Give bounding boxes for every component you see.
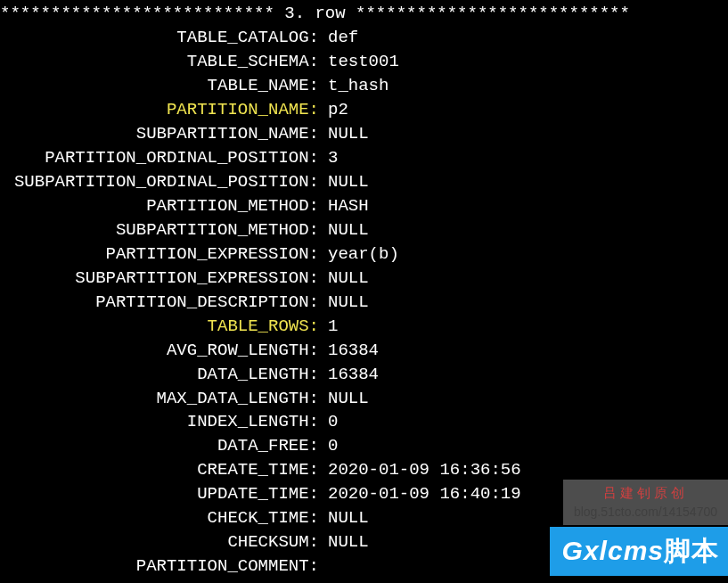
field-value: t_hash bbox=[319, 74, 389, 98]
logo-text-cn: 脚本 bbox=[664, 536, 719, 565]
field-row: SUBPARTITION_METHOD:NULL bbox=[0, 218, 728, 242]
field-key: SUBPARTITION_METHOD: bbox=[0, 218, 319, 242]
field-key: TABLE_ROWS: bbox=[0, 315, 319, 339]
field-value: default bbox=[319, 579, 399, 583]
field-value: NULL bbox=[319, 122, 369, 146]
field-key: SUBPARTITION_NAME: bbox=[0, 122, 319, 146]
field-key: SUBPARTITION_EXPRESSION: bbox=[0, 267, 319, 291]
field-value: 1 bbox=[319, 315, 338, 339]
watermark-url: blog.51cto.com/14154700 bbox=[574, 503, 717, 521]
field-row: MAX_DATA_LENGTH:NULL bbox=[0, 387, 728, 411]
field-key: CHECKSUM: bbox=[0, 530, 319, 554]
field-value: NULL bbox=[319, 267, 369, 291]
logo-text-en: Gxlcms bbox=[562, 536, 664, 565]
field-value: NULL bbox=[319, 218, 369, 242]
field-key: PARTITION_NAME: bbox=[0, 98, 319, 122]
field-row: DATA_LENGTH:16384 bbox=[0, 363, 728, 387]
field-key: PARTITION_ORDINAL_POSITION: bbox=[0, 146, 319, 170]
field-value: def bbox=[319, 26, 358, 50]
field-value: NULL bbox=[319, 170, 369, 194]
field-key: TABLE_CATALOG: bbox=[0, 26, 319, 50]
field-row: TABLE_SCHEMA:test001 bbox=[0, 50, 728, 74]
field-value: 3 bbox=[319, 146, 338, 170]
field-row: AVG_ROW_LENGTH:16384 bbox=[0, 339, 728, 363]
field-value: NULL bbox=[319, 291, 369, 315]
field-key: DATA_FREE: bbox=[0, 434, 319, 458]
field-value bbox=[319, 554, 328, 579]
field-value: 2020-01-09 16:40:19 bbox=[319, 482, 521, 506]
field-key: CREATE_TIME: bbox=[0, 458, 319, 482]
field-key: UPDATE_TIME: bbox=[0, 482, 319, 506]
field-row: SUBPARTITION_EXPRESSION:NULL bbox=[0, 267, 728, 291]
field-key: MAX_DATA_LENGTH: bbox=[0, 387, 319, 411]
field-key: PARTITION_COMMENT: bbox=[0, 554, 319, 579]
field-value: 0 bbox=[319, 410, 338, 434]
field-row: TABLE_ROWS:1 bbox=[0, 315, 728, 339]
field-key: TABLE_NAME: bbox=[0, 74, 319, 98]
field-value: 16384 bbox=[319, 339, 379, 363]
field-key: DATA_LENGTH: bbox=[0, 363, 319, 387]
field-key: SUBPARTITION_ORDINAL_POSITION: bbox=[0, 170, 319, 194]
field-value: NULL bbox=[319, 506, 369, 530]
field-value: 2020-01-09 16:36:56 bbox=[319, 458, 521, 482]
field-key: PARTITION_DESCRIPTION: bbox=[0, 291, 319, 315]
field-key: AVG_ROW_LENGTH: bbox=[0, 339, 319, 363]
field-row: SUBPARTITION_NAME:NULL bbox=[0, 122, 728, 146]
field-key: INDEX_LENGTH: bbox=[0, 410, 319, 434]
field-value: test001 bbox=[319, 50, 399, 74]
field-row: TABLE_CATALOG:def bbox=[0, 26, 728, 50]
field-value: year(b) bbox=[319, 242, 399, 267]
field-row: PARTITION_ORDINAL_POSITION:3 bbox=[0, 146, 728, 170]
field-value: 0 bbox=[319, 434, 338, 458]
field-key: PARTITION_EXPRESSION: bbox=[0, 242, 319, 267]
field-row: PARTITION_METHOD:HASH bbox=[0, 194, 728, 218]
field-value: NULL bbox=[319, 387, 369, 411]
field-row: PARTITION_EXPRESSION:year(b) bbox=[0, 242, 728, 267]
site-logo: Gxlcms脚本 bbox=[550, 527, 728, 576]
field-value: HASH bbox=[319, 194, 369, 218]
field-row: INDEX_LENGTH:0 bbox=[0, 410, 728, 434]
field-row: NODEGROUP:default bbox=[0, 579, 728, 583]
field-value: NULL bbox=[319, 530, 369, 554]
field-row: TABLE_NAME:t_hash bbox=[0, 74, 728, 98]
field-row: DATA_FREE:0 bbox=[0, 434, 728, 458]
watermark-author: 吕建钊原创 bbox=[574, 483, 717, 504]
field-key: TABLE_SCHEMA: bbox=[0, 50, 319, 74]
field-key: PARTITION_METHOD: bbox=[0, 194, 319, 218]
field-key: NODEGROUP: bbox=[0, 579, 319, 583]
row-separator: *************************** 3. row *****… bbox=[0, 2, 728, 26]
watermark: 吕建钊原创 blog.51cto.com/14154700 bbox=[563, 480, 728, 526]
field-row: SUBPARTITION_ORDINAL_POSITION:NULL bbox=[0, 170, 728, 194]
field-key: CHECK_TIME: bbox=[0, 506, 319, 530]
field-row: PARTITION_NAME:p2 bbox=[0, 98, 728, 122]
field-row: PARTITION_DESCRIPTION:NULL bbox=[0, 291, 728, 315]
field-value: 16384 bbox=[319, 363, 379, 387]
field-value: p2 bbox=[319, 98, 348, 122]
